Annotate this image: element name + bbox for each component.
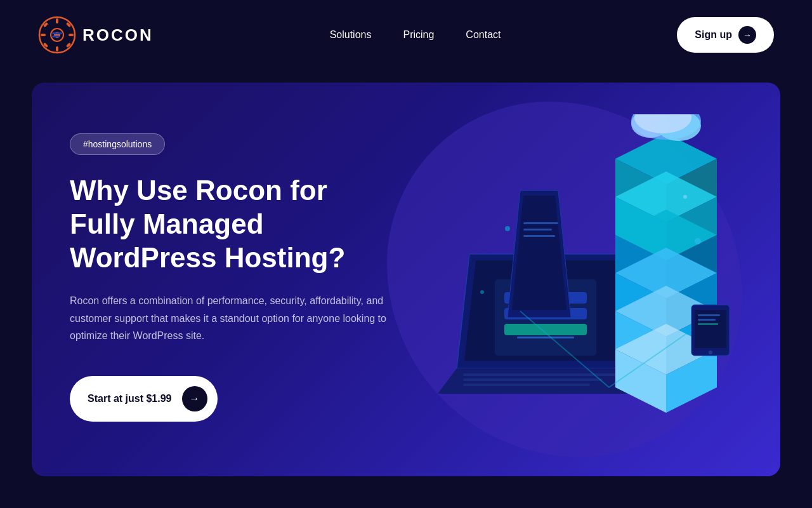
svg-point-62 — [480, 290, 484, 294]
signup-button[interactable]: Sign up → — [677, 17, 774, 53]
hero-badge: #hostingsolutions — [70, 133, 165, 155]
hero-section: #hostingsolutions Why Use Rocon for Full… — [32, 83, 780, 476]
cta-button[interactable]: Start at just $1.99 → — [70, 376, 218, 422]
navbar: ROCON Solutions Pricing Contact Sign up … — [0, 0, 812, 70]
svg-rect-54 — [698, 314, 720, 316]
svg-rect-56 — [698, 323, 718, 325]
cta-label: Start at just $1.99 — [88, 393, 172, 404]
svg-rect-49 — [523, 229, 552, 231]
signup-label: Sign up — [695, 29, 732, 41]
nav-link-solutions[interactable]: Solutions — [330, 29, 372, 40]
svg-rect-48 — [523, 222, 558, 224]
logo-icon — [38, 16, 76, 54]
nav-links: Solutions Pricing Contact — [330, 29, 501, 41]
nav-item-solutions[interactable]: Solutions — [330, 29, 372, 41]
svg-rect-5 — [41, 34, 46, 36]
svg-rect-11 — [52, 32, 62, 34]
svg-rect-50 — [523, 235, 555, 237]
svg-rect-4 — [56, 46, 58, 51]
svg-point-61 — [683, 195, 687, 199]
svg-point-59 — [505, 226, 510, 231]
nav-link-pricing[interactable]: Pricing — [403, 29, 434, 40]
cta-arrow-icon: → — [182, 386, 207, 411]
svg-rect-22 — [463, 378, 603, 381]
svg-rect-3 — [56, 18, 58, 23]
hero-illustration — [349, 83, 780, 476]
svg-rect-23 — [463, 384, 590, 386]
svg-point-60 — [695, 238, 701, 244]
signup-arrow-icon: → — [738, 26, 756, 44]
svg-rect-55 — [698, 319, 716, 321]
svg-rect-19 — [517, 337, 574, 338]
server-illustration — [381, 114, 749, 444]
nav-item-pricing[interactable]: Pricing — [403, 29, 434, 41]
svg-rect-6 — [69, 34, 74, 36]
nav-item-contact[interactable]: Contact — [466, 29, 501, 41]
logo: ROCON — [38, 16, 154, 54]
svg-point-53 — [709, 351, 712, 354]
svg-rect-12 — [52, 36, 60, 37]
nav-link-contact[interactable]: Contact — [466, 29, 501, 40]
brand-name: ROCON — [82, 25, 154, 45]
